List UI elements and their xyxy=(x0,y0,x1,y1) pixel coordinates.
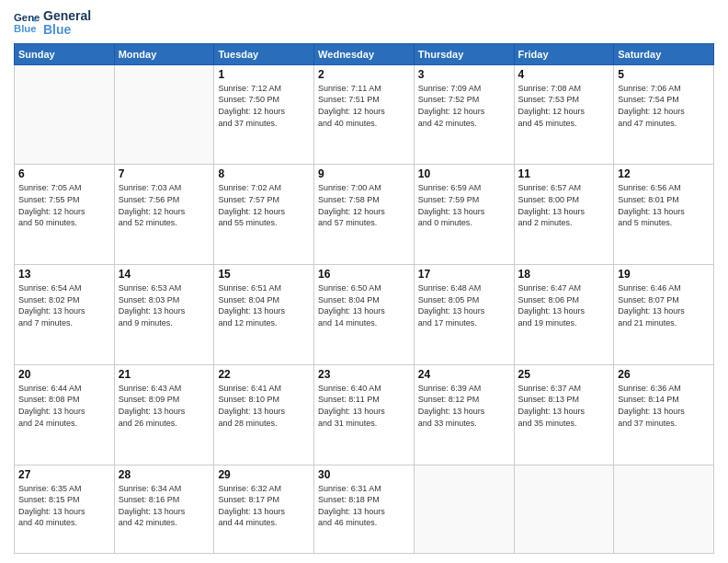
calendar-cell: 6Sunrise: 7:05 AM Sunset: 7:55 PM Daylig… xyxy=(15,165,115,265)
day-number: 8 xyxy=(218,167,310,180)
day-number: 16 xyxy=(318,268,410,281)
calendar-row-5: 27Sunrise: 6:35 AM Sunset: 8:15 PM Dayli… xyxy=(15,465,714,553)
weekday-header-saturday: Saturday xyxy=(614,43,714,64)
day-number: 4 xyxy=(518,68,610,81)
calendar-cell: 29Sunrise: 6:32 AM Sunset: 8:17 PM Dayli… xyxy=(214,465,314,553)
calendar-cell xyxy=(414,465,514,553)
day-number: 24 xyxy=(418,368,510,381)
day-info: Sunrise: 7:09 AM Sunset: 7:52 PM Dayligh… xyxy=(418,83,510,129)
day-number: 20 xyxy=(18,368,110,381)
weekday-header-sunday: Sunday xyxy=(15,43,115,64)
day-info: Sunrise: 6:56 AM Sunset: 8:01 PM Dayligh… xyxy=(618,182,710,228)
calendar-cell xyxy=(15,64,115,165)
calendar-cell: 7Sunrise: 7:03 AM Sunset: 7:56 PM Daylig… xyxy=(114,165,214,265)
calendar-cell: 14Sunrise: 6:53 AM Sunset: 8:03 PM Dayli… xyxy=(114,265,214,365)
day-info: Sunrise: 6:53 AM Sunset: 8:03 PM Dayligh… xyxy=(119,282,210,328)
day-number: 18 xyxy=(518,268,610,281)
weekday-header-thursday: Thursday xyxy=(414,43,514,64)
calendar-cell: 19Sunrise: 6:46 AM Sunset: 8:07 PM Dayli… xyxy=(614,265,714,365)
day-number: 1 xyxy=(218,68,310,81)
calendar-cell xyxy=(514,465,614,553)
calendar-cell: 11Sunrise: 6:57 AM Sunset: 8:00 PM Dayli… xyxy=(514,165,614,265)
day-info: Sunrise: 6:43 AM Sunset: 8:09 PM Dayligh… xyxy=(119,383,210,429)
calendar-cell: 3Sunrise: 7:09 AM Sunset: 7:52 PM Daylig… xyxy=(414,64,514,165)
day-info: Sunrise: 7:08 AM Sunset: 7:53 PM Dayligh… xyxy=(518,83,610,129)
day-info: Sunrise: 7:00 AM Sunset: 7:58 PM Dayligh… xyxy=(318,182,410,228)
weekday-header-tuesday: Tuesday xyxy=(214,43,314,64)
weekday-header-monday: Monday xyxy=(114,43,214,64)
day-number: 11 xyxy=(518,167,610,180)
day-number: 2 xyxy=(318,68,410,81)
logo-icon: General Blue xyxy=(14,10,40,36)
day-number: 6 xyxy=(18,167,110,180)
calendar-row-3: 13Sunrise: 6:54 AM Sunset: 8:02 PM Dayli… xyxy=(15,265,714,365)
calendar-cell: 26Sunrise: 6:36 AM Sunset: 8:14 PM Dayli… xyxy=(614,364,714,465)
day-info: Sunrise: 6:40 AM Sunset: 8:11 PM Dayligh… xyxy=(318,383,410,429)
svg-text:Blue: Blue xyxy=(14,23,37,34)
day-info: Sunrise: 6:47 AM Sunset: 8:06 PM Dayligh… xyxy=(518,282,610,328)
day-number: 27 xyxy=(18,468,110,481)
day-info: Sunrise: 6:32 AM Sunset: 8:17 PM Dayligh… xyxy=(218,483,310,529)
logo: General Blue General Blue xyxy=(14,9,91,38)
calendar-cell: 1Sunrise: 7:12 AM Sunset: 7:50 PM Daylig… xyxy=(214,64,314,165)
day-info: Sunrise: 6:44 AM Sunset: 8:08 PM Dayligh… xyxy=(18,383,110,429)
calendar-cell: 17Sunrise: 6:48 AM Sunset: 8:05 PM Dayli… xyxy=(414,265,514,365)
day-number: 28 xyxy=(119,468,210,481)
day-info: Sunrise: 7:02 AM Sunset: 7:57 PM Dayligh… xyxy=(218,182,310,228)
calendar-cell xyxy=(114,64,214,165)
header: General Blue General Blue xyxy=(14,9,714,38)
day-info: Sunrise: 7:12 AM Sunset: 7:50 PM Dayligh… xyxy=(218,83,310,129)
day-info: Sunrise: 6:54 AM Sunset: 8:02 PM Dayligh… xyxy=(18,282,110,328)
weekday-header-friday: Friday xyxy=(514,43,614,64)
calendar-cell: 24Sunrise: 6:39 AM Sunset: 8:12 PM Dayli… xyxy=(414,364,514,465)
calendar-cell: 27Sunrise: 6:35 AM Sunset: 8:15 PM Dayli… xyxy=(15,465,115,553)
day-info: Sunrise: 6:51 AM Sunset: 8:04 PM Dayligh… xyxy=(218,282,310,328)
day-info: Sunrise: 6:59 AM Sunset: 7:59 PM Dayligh… xyxy=(418,182,510,228)
day-info: Sunrise: 6:46 AM Sunset: 8:07 PM Dayligh… xyxy=(618,282,710,328)
logo-general: General xyxy=(43,9,91,23)
day-number: 13 xyxy=(18,268,110,281)
svg-text:General: General xyxy=(14,13,40,24)
day-number: 30 xyxy=(318,468,410,481)
calendar-cell: 30Sunrise: 6:31 AM Sunset: 8:18 PM Dayli… xyxy=(314,465,415,553)
day-number: 26 xyxy=(618,368,710,381)
logo-blue: Blue xyxy=(43,23,91,37)
day-number: 7 xyxy=(119,167,210,180)
calendar-cell: 28Sunrise: 6:34 AM Sunset: 8:16 PM Dayli… xyxy=(114,465,214,553)
day-number: 17 xyxy=(418,268,510,281)
calendar-cell: 8Sunrise: 7:02 AM Sunset: 7:57 PM Daylig… xyxy=(214,165,314,265)
calendar-cell: 18Sunrise: 6:47 AM Sunset: 8:06 PM Dayli… xyxy=(514,265,614,365)
calendar-cell: 2Sunrise: 7:11 AM Sunset: 7:51 PM Daylig… xyxy=(314,64,415,165)
day-info: Sunrise: 7:11 AM Sunset: 7:51 PM Dayligh… xyxy=(318,83,410,129)
day-number: 10 xyxy=(418,167,510,180)
day-info: Sunrise: 7:05 AM Sunset: 7:55 PM Dayligh… xyxy=(18,182,110,228)
calendar-cell: 12Sunrise: 6:56 AM Sunset: 8:01 PM Dayli… xyxy=(614,165,714,265)
day-info: Sunrise: 6:34 AM Sunset: 8:16 PM Dayligh… xyxy=(119,483,210,529)
day-info: Sunrise: 6:37 AM Sunset: 8:13 PM Dayligh… xyxy=(518,383,610,429)
calendar-cell: 10Sunrise: 6:59 AM Sunset: 7:59 PM Dayli… xyxy=(414,165,514,265)
calendar-cell: 9Sunrise: 7:00 AM Sunset: 7:58 PM Daylig… xyxy=(314,165,415,265)
calendar-row-2: 6Sunrise: 7:05 AM Sunset: 7:55 PM Daylig… xyxy=(15,165,714,265)
calendar-row-1: 1Sunrise: 7:12 AM Sunset: 7:50 PM Daylig… xyxy=(15,64,714,165)
day-info: Sunrise: 6:39 AM Sunset: 8:12 PM Dayligh… xyxy=(418,383,510,429)
calendar-cell xyxy=(614,465,714,553)
day-info: Sunrise: 6:31 AM Sunset: 8:18 PM Dayligh… xyxy=(318,483,410,529)
day-number: 19 xyxy=(618,268,710,281)
day-number: 21 xyxy=(119,368,210,381)
day-number: 22 xyxy=(218,368,310,381)
calendar-cell: 4Sunrise: 7:08 AM Sunset: 7:53 PM Daylig… xyxy=(514,64,614,165)
day-number: 15 xyxy=(218,268,310,281)
calendar-cell: 22Sunrise: 6:41 AM Sunset: 8:10 PM Dayli… xyxy=(214,364,314,465)
day-info: Sunrise: 7:06 AM Sunset: 7:54 PM Dayligh… xyxy=(618,83,710,129)
day-number: 3 xyxy=(418,68,510,81)
weekday-header-row: SundayMondayTuesdayWednesdayThursdayFrid… xyxy=(15,43,714,64)
calendar-cell: 5Sunrise: 7:06 AM Sunset: 7:54 PM Daylig… xyxy=(614,64,714,165)
weekday-header-wednesday: Wednesday xyxy=(314,43,415,64)
day-number: 9 xyxy=(318,167,410,180)
calendar-table: SundayMondayTuesdayWednesdayThursdayFrid… xyxy=(14,43,714,554)
day-number: 23 xyxy=(318,368,410,381)
day-info: Sunrise: 6:35 AM Sunset: 8:15 PM Dayligh… xyxy=(18,483,110,529)
calendar-cell: 23Sunrise: 6:40 AM Sunset: 8:11 PM Dayli… xyxy=(314,364,415,465)
day-info: Sunrise: 6:57 AM Sunset: 8:00 PM Dayligh… xyxy=(518,182,610,228)
day-info: Sunrise: 6:48 AM Sunset: 8:05 PM Dayligh… xyxy=(418,282,510,328)
